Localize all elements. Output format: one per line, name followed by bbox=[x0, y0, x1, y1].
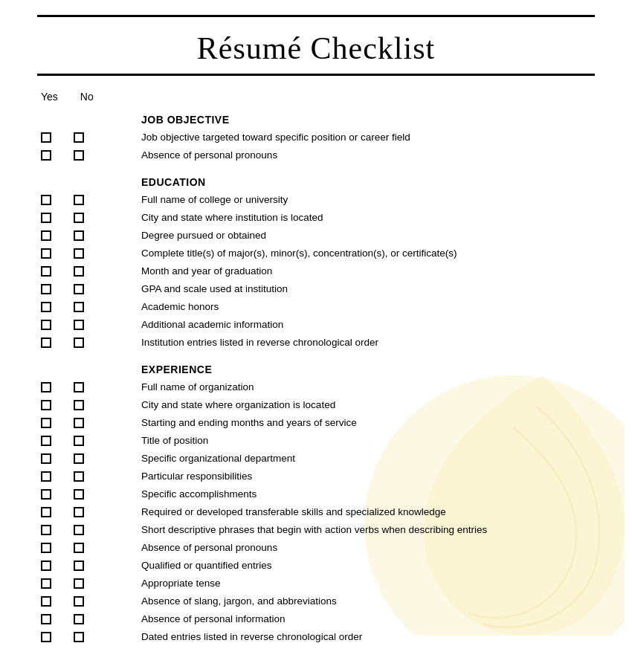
checklist-item-text: Month and year of graduation bbox=[141, 265, 272, 278]
checkbox-group bbox=[37, 614, 126, 624]
checkbox-no-education-8[interactable] bbox=[74, 337, 84, 348]
checkbox-no-experience-4[interactable] bbox=[74, 453, 84, 464]
checkbox-no-education-4[interactable] bbox=[74, 266, 84, 277]
checklist-row: Specific organizational department bbox=[37, 451, 595, 466]
sections-container: JOB OBJECTIVEJob objective targeted towa… bbox=[37, 114, 595, 644]
checkbox-no-experience-5[interactable] bbox=[74, 471, 84, 482]
checkbox-no-education-1[interactable] bbox=[74, 213, 84, 223]
checkbox-no-experience-0[interactable] bbox=[74, 382, 84, 392]
bottom-border bbox=[37, 74, 595, 76]
checkbox-no-experience-13[interactable] bbox=[74, 614, 84, 624]
checklist-row: Appropriate tense bbox=[37, 576, 595, 591]
checkbox-group bbox=[37, 248, 126, 259]
checkbox-yes-education-7[interactable] bbox=[41, 320, 51, 330]
checklist-row: City and state where organization is loc… bbox=[37, 398, 595, 413]
checkbox-group bbox=[37, 337, 126, 348]
checkbox-no-experience-12[interactable] bbox=[74, 596, 84, 607]
checkbox-no-experience-9[interactable] bbox=[74, 543, 84, 553]
checkbox-group bbox=[37, 596, 126, 607]
checkbox-group bbox=[37, 213, 126, 223]
checkbox-group bbox=[37, 578, 126, 589]
checkbox-group bbox=[37, 418, 126, 428]
checkbox-yes-job-objective-0[interactable] bbox=[41, 132, 51, 143]
checkbox-yes-experience-3[interactable] bbox=[41, 436, 51, 446]
section-title-job-objective: JOB OBJECTIVE bbox=[141, 114, 595, 126]
checklist-row: Title of position bbox=[37, 433, 595, 448]
checkbox-yes-experience-5[interactable] bbox=[41, 471, 51, 482]
checkbox-no-education-0[interactable] bbox=[74, 195, 84, 205]
checklist-row: Absence of personal pronouns bbox=[37, 540, 595, 555]
checkbox-no-job-objective-0[interactable] bbox=[74, 132, 84, 143]
checkbox-no-experience-6[interactable] bbox=[74, 489, 84, 500]
checkbox-yes-education-2[interactable] bbox=[41, 230, 51, 241]
yes-label: Yes bbox=[41, 91, 58, 103]
checkbox-yes-experience-13[interactable] bbox=[41, 614, 51, 624]
yes-no-header: Yes No bbox=[37, 91, 595, 103]
checkbox-group bbox=[37, 507, 126, 517]
checkbox-yes-experience-9[interactable] bbox=[41, 543, 51, 553]
checkbox-no-experience-14[interactable] bbox=[74, 632, 84, 642]
checkbox-yes-experience-14[interactable] bbox=[41, 632, 51, 642]
checkbox-no-experience-7[interactable] bbox=[74, 507, 84, 517]
checkbox-yes-education-6[interactable] bbox=[41, 302, 51, 312]
checkbox-yes-experience-8[interactable] bbox=[41, 525, 51, 535]
checkbox-yes-job-objective-1[interactable] bbox=[41, 150, 51, 161]
checklist-row: Particular responsibilities bbox=[37, 469, 595, 484]
checkbox-no-education-5[interactable] bbox=[74, 284, 84, 294]
checkbox-yes-education-5[interactable] bbox=[41, 284, 51, 294]
checkbox-no-education-6[interactable] bbox=[74, 302, 84, 312]
checkbox-no-experience-10[interactable] bbox=[74, 560, 84, 571]
checklist-item-text: Appropriate tense bbox=[141, 577, 221, 590]
checklist-row: Short descriptive phrases that begin wit… bbox=[37, 523, 595, 537]
checklist-row: Qualified or quantified entries bbox=[37, 558, 595, 573]
checkbox-yes-education-0[interactable] bbox=[41, 195, 51, 205]
page-title: Résumé Checklist bbox=[37, 23, 595, 74]
checkbox-yes-experience-4[interactable] bbox=[41, 453, 51, 464]
checkbox-no-experience-8[interactable] bbox=[74, 525, 84, 535]
page-container: Résumé Checklist Yes No JOB OBJECTIVEJob… bbox=[0, 0, 632, 672]
checkbox-group bbox=[37, 284, 126, 294]
checkbox-no-experience-11[interactable] bbox=[74, 578, 84, 589]
checkbox-no-education-7[interactable] bbox=[74, 320, 84, 330]
checkbox-group bbox=[37, 543, 126, 553]
checklist-item-text: Specific accomplishments bbox=[141, 488, 257, 501]
checkbox-no-experience-1[interactable] bbox=[74, 400, 84, 410]
checklist-item-text: Title of position bbox=[141, 434, 208, 448]
checklist-item-text: Absence of personal information bbox=[141, 613, 286, 626]
checkbox-group bbox=[37, 632, 126, 642]
checkbox-yes-education-1[interactable] bbox=[41, 213, 51, 223]
checklist-item-text: Required or developed transferable skill… bbox=[141, 505, 446, 519]
checkbox-yes-experience-2[interactable] bbox=[41, 418, 51, 428]
checkbox-yes-experience-11[interactable] bbox=[41, 578, 51, 589]
checkbox-no-experience-2[interactable] bbox=[74, 418, 84, 428]
checkbox-yes-experience-10[interactable] bbox=[41, 560, 51, 571]
checkbox-yes-education-3[interactable] bbox=[41, 248, 51, 259]
checklist-row: Degree pursued or obtained bbox=[37, 228, 595, 243]
section-education: EDUCATIONFull name of college or univers… bbox=[37, 176, 595, 350]
checklist-row: Dated entries listed in reverse chronolo… bbox=[37, 630, 595, 644]
checkbox-yes-experience-12[interactable] bbox=[41, 596, 51, 607]
checklist-row: GPA and scale used at institution bbox=[37, 282, 595, 297]
checklist-row: Institution entries listed in reverse ch… bbox=[37, 335, 595, 350]
checkbox-yes-experience-6[interactable] bbox=[41, 489, 51, 500]
checkbox-no-education-2[interactable] bbox=[74, 230, 84, 241]
checkbox-no-education-3[interactable] bbox=[74, 248, 84, 259]
checkbox-group bbox=[37, 266, 126, 277]
checklist-row: Absence of slang, jargon, and abbreviati… bbox=[37, 594, 595, 609]
checklist-row: City and state where institution is loca… bbox=[37, 210, 595, 225]
checkbox-yes-experience-1[interactable] bbox=[41, 400, 51, 410]
checkbox-yes-experience-7[interactable] bbox=[41, 507, 51, 517]
checkbox-no-job-objective-1[interactable] bbox=[74, 150, 84, 161]
checklist-row: Required or developed transferable skill… bbox=[37, 505, 595, 520]
checkbox-yes-education-4[interactable] bbox=[41, 266, 51, 277]
checkbox-yes-experience-0[interactable] bbox=[41, 382, 51, 392]
checklist-item-text: Absence of personal pronouns bbox=[141, 149, 277, 162]
checkbox-group bbox=[37, 453, 126, 464]
checkbox-yes-education-8[interactable] bbox=[41, 337, 51, 348]
checkbox-group bbox=[37, 489, 126, 500]
checkbox-no-experience-3[interactable] bbox=[74, 436, 84, 446]
section-job-objective: JOB OBJECTIVEJob objective targeted towa… bbox=[37, 114, 595, 163]
checkbox-group bbox=[37, 195, 126, 205]
checklist-item-text: Dated entries listed in reverse chronolo… bbox=[141, 630, 362, 644]
checklist-item-text: Full name of college or university bbox=[141, 193, 288, 207]
